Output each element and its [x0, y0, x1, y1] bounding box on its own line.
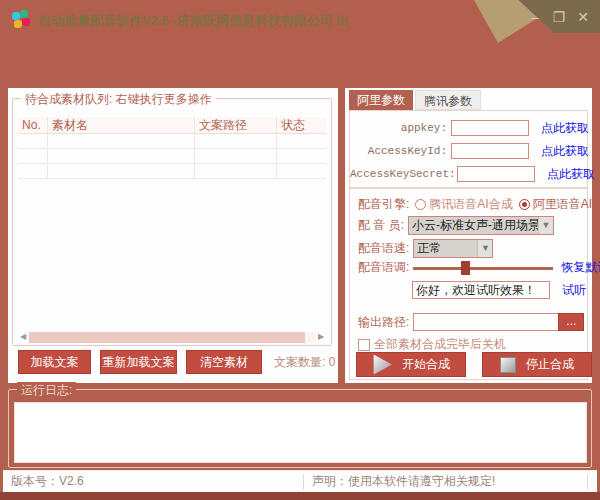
table-row [18, 134, 326, 149]
appkey-label: appkey: [350, 122, 447, 134]
radio-ali-label[interactable]: 阿里语音AI合成 [533, 196, 600, 213]
window-title: 自动批量配音软件V2.6 -济南跃网信息科技有限公司 出 [38, 12, 349, 30]
accesskeyid-field[interactable] [451, 143, 529, 159]
speed-label: 配音语速: [358, 240, 409, 257]
preview-text-field[interactable] [412, 281, 550, 299]
output-path-label: 输出路径: [358, 314, 409, 331]
material-queue-panel: 待合成素材队列: 右键执行更多操作 No. 素材名 文案路径 状态 [8, 88, 338, 383]
minimize-icon[interactable]: – [526, 8, 544, 26]
run-log-groupbox: 运行日志: [8, 389, 592, 468]
titlebar: 自动批量配音软件V2.6 -济南跃网信息科技有限公司 出 – ❐ ✕ [0, 0, 600, 40]
chevron-down-icon[interactable]: ▼ [538, 217, 553, 234]
reload-script-button[interactable]: 重新加载文案 [100, 350, 177, 374]
accesskeyid-label: AccessKeyId: [350, 145, 447, 157]
app-window: 自动批量配音软件V2.6 -济南跃网信息科技有限公司 出 – ❐ ✕ 待合成素材… [0, 0, 600, 500]
material-table[interactable]: No. 素材名 文案路径 状态 [18, 117, 326, 179]
run-log-textarea[interactable] [14, 402, 587, 463]
stop-synthesis-button[interactable]: 停止合成 [482, 352, 592, 377]
pitch-slider[interactable] [413, 261, 553, 275]
radio-tencent-label[interactable]: 腾讯语音AI合成 [429, 196, 512, 213]
tab-tencent-params[interactable]: 腾讯参数 [415, 90, 481, 110]
accesskeysecret-field[interactable] [457, 166, 535, 182]
shutdown-checkbox-label[interactable]: 全部素材合成完毕后关机 [374, 336, 506, 353]
col-header-status: 状态 [277, 117, 325, 133]
engine-label: 配音引擎: [358, 196, 409, 213]
appkey-get-link[interactable]: 点此获取 [541, 120, 589, 137]
script-count-label: 文案数量: 0 [274, 354, 335, 371]
accesskeyid-get-link[interactable]: 点此获取 [541, 143, 589, 160]
browse-button[interactable]: ... [558, 313, 584, 331]
accesskeysecret-label: AccessKeySecret: [350, 168, 453, 180]
radio-ali-engine[interactable] [519, 199, 530, 210]
stop-icon [500, 357, 516, 373]
version-label: 版本号：V2.6 [3, 473, 303, 490]
table-header-row: No. 素材名 文案路径 状态 [18, 117, 326, 134]
preview-listen-link[interactable]: 试听 [562, 282, 586, 299]
scrollbar-thumb[interactable] [29, 332, 305, 343]
app-logo-icon [12, 10, 30, 28]
run-log-title: 运行日志: [17, 382, 76, 399]
clear-material-button[interactable]: 清空素材 [186, 350, 262, 374]
script-count-value: 0 [329, 355, 336, 369]
maximize-icon[interactable]: ❐ [550, 8, 568, 26]
table-row [18, 164, 326, 179]
settings-panel: 阿里参数 腾讯参数 appkey: 点此获取 AccessKeyId: 点此获取… [345, 88, 592, 383]
chevron-down-icon[interactable]: ▼ [477, 240, 492, 257]
queue-buttons-row: 加载文案 重新加载文案 清空素材 文案数量: 0 [8, 350, 338, 374]
speaker-select[interactable]: 小云-标准女声-通用场景 ▼ [408, 216, 554, 235]
queue-group-title: 待合成素材队列: 右键执行更多操作 [21, 91, 216, 108]
param-tabs: 阿里参数 腾讯参数 [349, 90, 481, 110]
play-icon [372, 355, 392, 375]
reset-default-link[interactable]: 恢复默认 [561, 259, 600, 276]
start-synthesis-button[interactable]: 开始合成 [356, 352, 466, 377]
scroll-left-icon[interactable]: ◀ [18, 331, 28, 343]
tab-ali-params[interactable]: 阿里参数 [349, 90, 413, 110]
col-header-no: No. [18, 117, 48, 133]
queue-groupbox: 待合成素材队列: 右键执行更多操作 No. 素材名 文案路径 状态 [12, 98, 332, 346]
window-bottom-border [0, 492, 600, 500]
status-bar: 版本号：V2.6 声明：使用本软件请遵守相关规定! [3, 470, 597, 492]
appkey-field[interactable] [451, 120, 529, 136]
speaker-label: 配 音 员: [358, 217, 404, 234]
api-credentials-box: appkey: 点此获取 AccessKeyId: 点此获取 AccessKey… [349, 110, 588, 188]
table-row [18, 149, 326, 164]
voice-settings-box: 配音引擎: 腾讯语音AI合成 阿里语音AI合成 配 音 员: 小云-标准女声-通… [349, 188, 588, 380]
output-path-field[interactable] [413, 313, 559, 331]
load-script-button[interactable]: 加载文案 [18, 350, 91, 374]
horizontal-scrollbar[interactable]: ◀ ▶ [18, 331, 326, 343]
shutdown-checkbox[interactable] [358, 339, 370, 351]
scroll-right-icon[interactable]: ▶ [316, 331, 326, 343]
col-header-path: 文案路径 [195, 117, 277, 133]
notice-label: 声明：使用本软件请遵守相关规定! [304, 473, 587, 490]
slider-handle[interactable] [461, 261, 470, 275]
col-header-name: 素材名 [48, 117, 195, 133]
pitch-label: 配音语调: [358, 259, 409, 276]
window-controls: – ❐ ✕ [526, 8, 592, 26]
radio-tencent-engine[interactable] [415, 199, 426, 210]
close-icon[interactable]: ✕ [574, 8, 592, 26]
resize-grip[interactable] [587, 474, 597, 490]
speed-select[interactable]: 正常 ▼ [413, 239, 493, 258]
accesskeysecret-get-link[interactable]: 点此获取 [547, 166, 595, 183]
